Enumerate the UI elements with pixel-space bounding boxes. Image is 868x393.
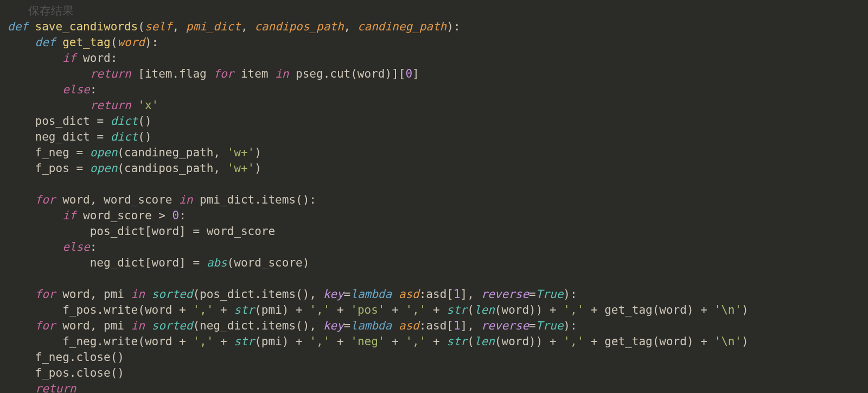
if-keyword: if xyxy=(62,52,83,65)
builtin-open: open xyxy=(90,162,118,175)
func-save_candiwords: save_candiwords xyxy=(35,20,138,33)
string-wplus: 'w+' xyxy=(227,146,255,159)
code-editor[interactable]: 保存结果 def save_candiwords(self, pmi_dict,… xyxy=(0,0,868,393)
param-pmi_dict: pmi_dict xyxy=(186,20,241,33)
in-keyword: in xyxy=(131,288,152,301)
string-x: 'x' xyxy=(138,99,158,112)
for-keyword: for xyxy=(213,67,241,80)
kwarg-key: key xyxy=(323,319,344,332)
in-keyword: in xyxy=(275,67,296,80)
builtin-str: str xyxy=(446,335,467,348)
kwarg-key: key xyxy=(323,288,344,301)
builtin-abs: abs xyxy=(207,256,227,269)
lambda-keyword: lambda xyxy=(350,319,399,332)
stmt-fneg-close: f_neg.close() xyxy=(35,351,124,364)
builtin-str: str xyxy=(234,303,254,316)
builtin-true: True xyxy=(536,319,564,332)
param-candipos_path: candipos_path xyxy=(254,20,343,33)
builtin-sorted: sorted xyxy=(152,319,193,332)
def-keyword: def xyxy=(35,36,63,49)
builtin-dict: dict xyxy=(111,115,138,128)
kwarg-reverse: reverse xyxy=(481,288,529,301)
for-keyword: for xyxy=(35,319,63,332)
param-candineg_path: candineg_path xyxy=(358,20,446,33)
builtin-open: open xyxy=(90,146,118,159)
in-keyword: in xyxy=(179,193,200,206)
param-word: word xyxy=(117,36,145,49)
builtin-dict: dict xyxy=(111,130,138,143)
param-self: self xyxy=(145,20,173,33)
string-wplus: 'w+' xyxy=(227,162,255,175)
in-keyword: in xyxy=(131,319,152,332)
lambda-keyword: lambda xyxy=(350,288,399,301)
def-keyword: def xyxy=(8,20,35,33)
for-keyword: for xyxy=(35,193,63,206)
builtin-len: len xyxy=(474,335,495,348)
kwarg-reverse: reverse xyxy=(481,319,529,332)
builtin-len: len xyxy=(474,303,495,316)
for-keyword: for xyxy=(35,288,63,301)
return-keyword: return xyxy=(90,99,138,112)
if-keyword: if xyxy=(62,209,83,222)
builtin-str: str xyxy=(234,335,254,348)
lambda-arg: asd xyxy=(399,288,419,301)
lambda-arg: asd xyxy=(399,319,419,332)
stmt-fpos-close: f_pos.close() xyxy=(35,366,124,379)
builtin-true: True xyxy=(536,288,564,301)
builtin-str: str xyxy=(446,303,467,316)
return-keyword: return xyxy=(35,382,76,393)
else-keyword: else xyxy=(62,83,90,96)
builtin-sorted: sorted xyxy=(152,288,193,301)
return-keyword: return xyxy=(90,67,138,80)
func-get_tag: get_tag xyxy=(62,36,111,49)
faded-comment: 保存结果 xyxy=(8,4,74,17)
else-keyword: else xyxy=(62,240,90,253)
